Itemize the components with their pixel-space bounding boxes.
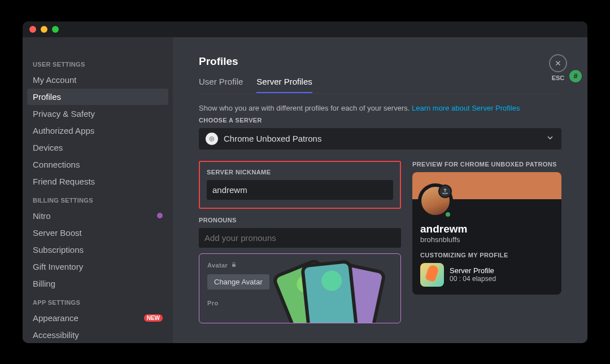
status-online-icon	[444, 210, 452, 218]
window-close-icon[interactable]	[29, 26, 36, 33]
change-avatar-button[interactable]: Change Avatar	[207, 274, 269, 290]
sidebar-item-privacy-safety[interactable]: Privacy & Safety	[27, 106, 168, 122]
preview-username: brohsnbluffs	[420, 235, 554, 244]
helper-text-main: Show who you are with different profiles…	[199, 104, 412, 112]
sidebar-item-subscriptions[interactable]: Subscriptions	[27, 242, 168, 258]
tab-server-profiles[interactable]: Server Profiles	[256, 77, 312, 93]
sidebar-group-header: App Settings	[27, 292, 168, 309]
sidebar-item-connections[interactable]: Connections	[27, 156, 168, 173]
nitro-lock-icon	[231, 262, 237, 269]
window-zoom-icon[interactable]	[52, 26, 59, 33]
nickname-input[interactable]	[207, 180, 393, 200]
server-dropdown[interactable]: ◎ Chrome Unboxed Patrons	[199, 128, 561, 150]
server-icon: ◎	[206, 133, 218, 145]
avatar-section-label: Avatar	[207, 262, 228, 269]
profile-preview-card: # andrewm brohsnbluffs Customizing my pr…	[412, 172, 561, 295]
sidebar-group-header: User Settings	[27, 50, 168, 71]
activity-title: Server Profile	[450, 266, 496, 275]
sidebar-item-label: My Account	[33, 75, 77, 85]
nickname-label: Server Nickname	[207, 169, 393, 176]
server-dropdown-value: Chrome Unboxed Patrons	[224, 134, 321, 143]
sidebar-item-my-account[interactable]: My Account	[27, 72, 168, 88]
nitro-avatar-card: Avatar Change Avatar Pro	[199, 253, 401, 323]
new-badge: NEW	[144, 314, 163, 322]
preview-header: Preview for Chrome Unboxed Patrons	[412, 161, 561, 168]
nitro-indicator-icon	[157, 213, 163, 218]
sidebar-item-label: Profiles	[33, 92, 61, 102]
sidebar-item-appearance[interactable]: AppearanceNEW	[27, 310, 168, 326]
helper-text: Show who you are with different profiles…	[199, 104, 561, 112]
preview-banner	[412, 172, 561, 199]
close-x-icon	[549, 54, 567, 72]
window-titlebar	[23, 21, 587, 37]
sidebar-item-label: Appearance	[33, 313, 79, 323]
sidebar-item-nitro[interactable]: Nitro	[27, 208, 168, 224]
sidebar-item-profiles[interactable]: Profiles	[27, 89, 168, 105]
close-label: ESC	[549, 74, 567, 81]
preview-activity: Server Profile 00 : 04 elapsed	[420, 263, 554, 287]
chevron-down-icon	[546, 133, 555, 144]
sidebar-item-label: Server Boost	[33, 228, 82, 238]
upload-avatar-icon	[438, 185, 452, 198]
sidebar-item-authorized-apps[interactable]: Authorized Apps	[27, 122, 168, 139]
sidebar-item-label: Gift Inventory	[33, 262, 83, 271]
sidebar-item-server-boost[interactable]: Server Boost	[27, 225, 168, 241]
profile-tabs: User Profile Server Profiles	[199, 77, 561, 94]
sidebar-item-label: Nitro	[33, 211, 51, 221]
learn-more-link[interactable]: Learn more about Server Profiles	[412, 104, 520, 112]
choose-server-label: Choose a server	[199, 117, 561, 124]
close-button[interactable]: ESC	[549, 54, 567, 81]
sidebar-item-label: Accessibility	[33, 330, 79, 340]
sidebar-item-devices[interactable]: Devices	[27, 139, 168, 156]
sidebar-item-gift-inventory[interactable]: Gift Inventory	[27, 258, 168, 275]
sidebar-item-label: Devices	[33, 143, 63, 152]
sidebar-item-label: Billing	[33, 279, 55, 288]
settings-sidebar: User Settings My Account Profiles Privac…	[23, 37, 173, 343]
sidebar-item-friend-requests[interactable]: Friend Requests	[27, 173, 168, 190]
sidebar-item-label: Privacy & Safety	[33, 109, 95, 119]
pro-section-label: Pro	[207, 300, 219, 306]
settings-content: ESC Profiles User Profile Server Profile…	[173, 37, 587, 343]
settings-window: User Settings My Account Profiles Privac…	[23, 21, 587, 343]
nitro-phones-illustration	[287, 270, 384, 323]
activity-pencil-icon	[420, 263, 444, 287]
preview-customizing-label: Customizing my profile	[420, 252, 554, 258]
sidebar-item-label: Authorized Apps	[33, 126, 94, 135]
tab-user-profile[interactable]: User Profile	[199, 77, 243, 93]
sidebar-group-header: Billing Settings	[27, 190, 168, 207]
sidebar-item-label: Friend Requests	[33, 177, 95, 186]
nickname-highlight: Server Nickname	[199, 161, 401, 209]
sidebar-item-accessibility[interactable]: Accessibility	[27, 327, 168, 343]
preview-display-name: andrewm	[420, 223, 554, 235]
pronouns-input[interactable]	[199, 228, 401, 248]
activity-elapsed: 00 : 04 elapsed	[450, 275, 496, 283]
pronouns-label: Pronouns	[199, 217, 401, 223]
window-minimize-icon[interactable]	[41, 26, 47, 33]
sidebar-item-label: Connections	[33, 160, 80, 169]
sidebar-item-label: Subscriptions	[33, 245, 84, 255]
sidebar-item-billing[interactable]: Billing	[27, 275, 168, 292]
page-title: Profiles	[199, 55, 561, 68]
